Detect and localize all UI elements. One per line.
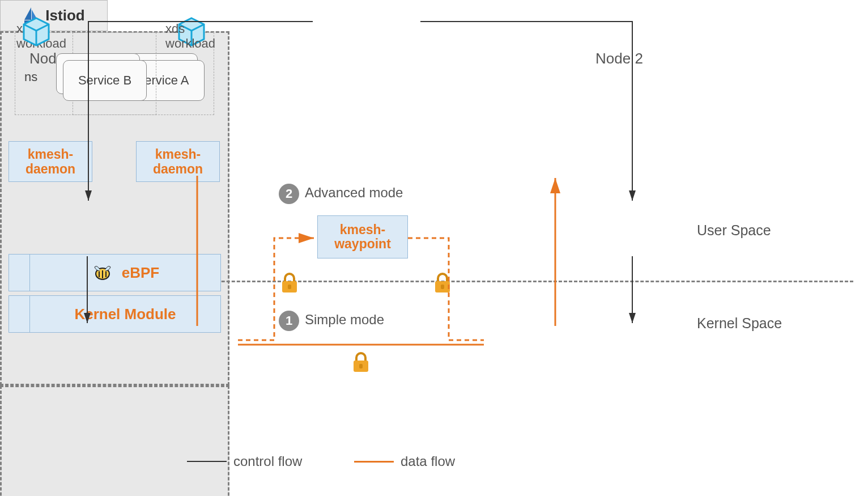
simple-mode-label: Simple mode <box>305 312 384 328</box>
legend-control-flow: control flow <box>187 453 302 469</box>
ebpf-label-2: eBPF <box>122 264 159 282</box>
km-label-2: Kernel Module <box>74 306 176 323</box>
kernel-space-label: Kernel Space <box>697 315 782 332</box>
ns-label-2: ns <box>24 70 37 84</box>
user-space-label: User Space <box>697 222 771 239</box>
svg-rect-16 <box>288 285 291 289</box>
xds-label-2: xdsworkload <box>165 22 215 52</box>
kmesh-daemon-2: kmesh-daemon <box>136 141 220 182</box>
node2-box: xdsworkload ns Service B kmesh-daemon <box>0 385 229 496</box>
kernel-module-box-2: Kernel Module <box>29 295 221 333</box>
legend-data-flow: data flow <box>354 453 455 469</box>
circle-2: 2 <box>279 184 299 204</box>
svg-rect-20 <box>359 364 363 368</box>
circle-1: 1 <box>279 311 299 331</box>
lock-icon <box>433 272 452 294</box>
lock-icon <box>280 272 299 294</box>
service-b-card: Service B <box>63 60 147 101</box>
svg-rect-18 <box>441 285 444 289</box>
kmesh-daemon-1: kmesh-daemon <box>8 141 92 182</box>
ebpf-box-2: eBPF <box>29 254 221 291</box>
advanced-mode-label: Advanced mode <box>305 185 403 201</box>
node2-label: Node 2 <box>595 50 643 67</box>
bee-icon <box>91 261 114 284</box>
cube-icon <box>20 16 52 48</box>
lock-icon <box>351 351 371 373</box>
diagram-canvas: Istiod Node 1 Node 2 User Space Kernel S… <box>0 0 868 496</box>
service-b-stack: Service B <box>56 53 147 101</box>
kmesh-waypoint: kmesh-waypoint <box>317 215 408 258</box>
